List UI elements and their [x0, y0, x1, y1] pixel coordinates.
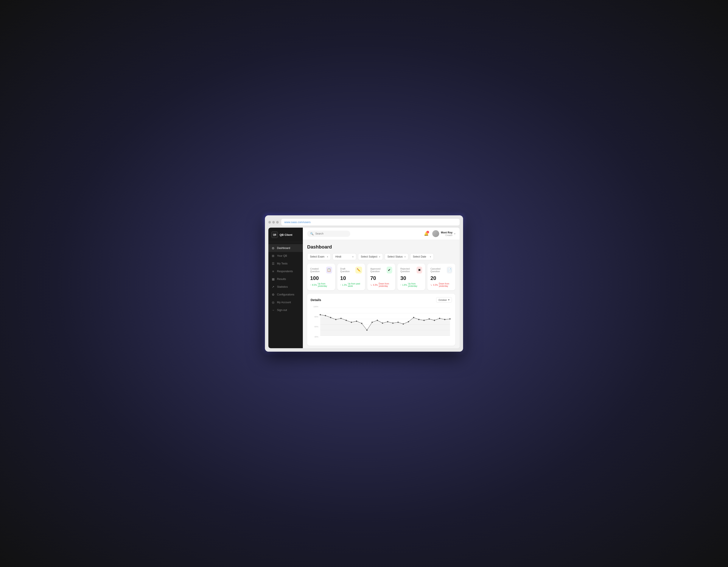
stat-value: 100 [310, 275, 332, 281]
sidebar-item-label: Results [277, 278, 286, 281]
stat-card-header: Rejected Question ✖ [400, 267, 422, 273]
chart-dot [356, 320, 357, 322]
configurations-icon: ⚙ [271, 293, 275, 296]
chart-dot [413, 317, 414, 318]
chart-dot [398, 322, 399, 323]
trend-arrow-icon: ↘ [430, 284, 432, 286]
chart-dot [325, 315, 326, 316]
stat-label: Approved Question [370, 267, 387, 273]
sidebar-nav: ⊙ Dashboard ⊞ Your QB ☰ My Tests ≡ Respo… [268, 242, 303, 348]
y-axis-label: 100% [311, 306, 318, 308]
trend-label: Up from yesterday [318, 283, 332, 287]
month-selector[interactable]: October ▾ [436, 297, 452, 303]
sidebar-item-configurations[interactable]: ⚙ Configurations [268, 291, 303, 298]
chart-dot [346, 320, 347, 321]
sidebar-item-my-account[interactable]: ◎ My Account [268, 298, 303, 306]
sidebar-item-your-qb[interactable]: ⊞ Your QB [268, 252, 303, 260]
stat-card-header: Created Question 📋 [310, 267, 332, 273]
y-axis-labels: 100%80%60%40% [311, 306, 318, 338]
chart-dot [392, 323, 393, 324]
stat-card-created: Created Question 📋 100 ↑ 8.5% Up from ye… [307, 264, 335, 290]
chart-area: 100%80%60%40% [311, 306, 452, 342]
chevron-down-icon: ▾ [352, 256, 353, 258]
filter-subject[interactable]: Select Subject ▾ [358, 253, 383, 260]
my-tests-icon: ☰ [271, 262, 275, 265]
details-card: Details October ▾ 100%80%60%40% [307, 294, 455, 346]
chart-dot [423, 320, 425, 321]
trend-pct: 1.3% [342, 284, 347, 286]
window-controls [268, 221, 279, 224]
trend-label: Up from yesterday [408, 283, 422, 287]
chart-dot [341, 318, 342, 319]
chart-dot [320, 314, 321, 315]
stat-label: Canceled Question [430, 267, 447, 273]
notification-badge: 9 [426, 231, 429, 234]
sidebar: QB QB Client ⊙ Dashboard ⊞ Your QB ☰ My … [268, 228, 303, 348]
stat-value: 10 [340, 275, 362, 281]
chart-dot [408, 321, 409, 322]
chart-dot [330, 317, 331, 318]
sidebar-item-results[interactable]: ▦ Results [268, 275, 303, 283]
chart-dot [403, 323, 404, 325]
sidebar-logo: QB QB Client [268, 228, 303, 242]
chevron-down-icon: ▾ [327, 256, 328, 258]
stat-value: 20 [430, 275, 452, 281]
chevron-down-icon: ▾ [404, 256, 406, 258]
chart-dot [418, 319, 419, 320]
dashboard-icon: ⊙ [271, 246, 275, 250]
address-bar[interactable] [281, 219, 460, 225]
my-account-icon: ◎ [271, 301, 275, 304]
browser-content: QB QB Client ⊙ Dashboard ⊞ Your QB ☰ My … [268, 228, 460, 348]
y-axis-label: 80% [311, 316, 318, 318]
details-header: Details October ▾ [311, 297, 452, 303]
chart-dot [387, 321, 388, 322]
chart-dot [449, 318, 450, 320]
sign-out-icon: → [271, 308, 275, 312]
filter-exam[interactable]: Select Exam ▾ [307, 253, 331, 260]
chart-dot [439, 318, 440, 319]
search-box[interactable]: 🔍 [307, 231, 350, 237]
filter-date[interactable]: Select Date ▾ [410, 253, 434, 260]
filter-status[interactable]: Select Status ▾ [385, 253, 408, 260]
trend-arrow-icon: ↘ [370, 284, 372, 286]
stat-card-canceled: Canceled Question 📄 20 ↘ 4.3% Down from … [427, 264, 455, 290]
filter-label: Hindi [335, 255, 341, 258]
browser-window: QB QB Client ⊙ Dashboard ⊞ Your QB ☰ My … [265, 215, 463, 352]
notification-button[interactable]: 🔔 9 [423, 230, 430, 237]
chart-dot [361, 323, 362, 324]
minimize-dot [272, 221, 275, 224]
sidebar-item-respondents[interactable]: ≡ Respondents [268, 267, 303, 275]
chart-svg-wrap [318, 306, 452, 338]
chevron-down-icon: ▾ [430, 256, 431, 258]
trend-pct: 1.8% [402, 284, 407, 286]
maximize-dot [276, 221, 279, 224]
search-input[interactable] [315, 232, 347, 235]
trend-arrow-icon: ↑ [310, 284, 311, 286]
sidebar-item-statistics[interactable]: ↗ Statistics [268, 283, 303, 291]
user-text: Moni Roy Creator [441, 231, 453, 236]
stat-label: Created Question [310, 267, 326, 273]
chart-dot [382, 323, 383, 324]
stat-icon: ✏️ [355, 267, 362, 273]
trend-label: Up from past week [348, 283, 362, 287]
chart-dot [377, 320, 378, 321]
sidebar-item-dashboard[interactable]: ⊙ Dashboard [268, 244, 303, 252]
page-content: Dashboard Select Exam ▾ Hindi ▾ Select S… [303, 240, 460, 348]
filter-label: Select Exam [310, 255, 324, 258]
stat-trend: ↑ 8.5% Up from yesterday [310, 283, 332, 287]
filter-row: Select Exam ▾ Hindi ▾ Select Subject ▾ S… [307, 253, 455, 260]
sidebar-item-label: Configurations [277, 293, 294, 296]
topbar-right: 🔔 9 Moni Roy Creator ▾ [423, 230, 455, 237]
user-menu[interactable]: Moni Roy Creator ▾ [432, 230, 455, 237]
your-qb-icon: ⊞ [271, 254, 275, 258]
filter-language[interactable]: Hindi ▾ [333, 253, 356, 260]
sidebar-item-label: My Tests [277, 262, 288, 265]
chart-dot [366, 329, 367, 331]
stat-icon: 📋 [326, 267, 332, 273]
sidebar-item-my-tests[interactable]: ☰ My Tests [268, 260, 303, 267]
sidebar-item-sign-out[interactable]: → Sign-out [268, 306, 303, 314]
stat-icon: ✔ [387, 267, 392, 273]
stat-value: 70 [370, 275, 392, 281]
topbar: 🔍 🔔 9 Moni Roy [303, 228, 460, 240]
chart-dot [335, 319, 336, 320]
